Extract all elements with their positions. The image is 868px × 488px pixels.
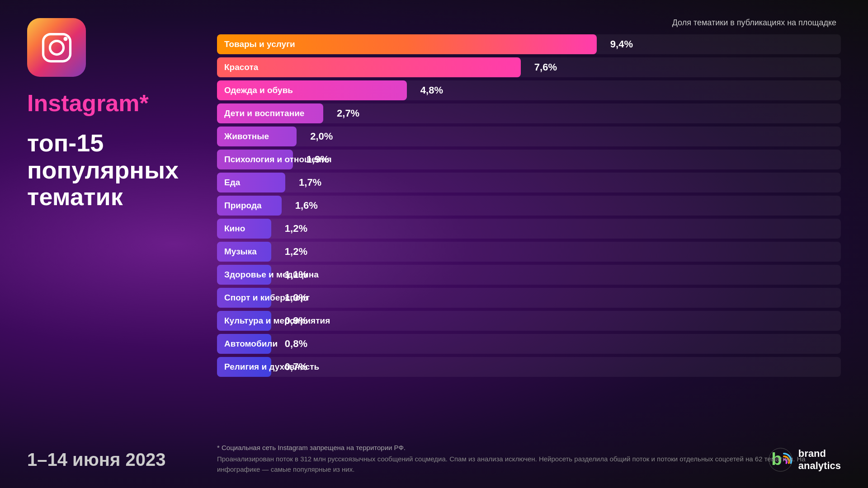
bar-fill: Культура и мероприятия0,9% [217,311,271,331]
bar-row: Психология и отношения1,9% [217,150,841,169]
bar-fill: Природа1,6% [217,196,282,216]
bar-label: Природа [224,201,262,211]
bar-row: Культура и мероприятия0,9% [217,311,841,331]
left-panel: Instagram* топ-15 популярных тематик 1–1… [27,18,199,474]
bar-track: Спорт и киберспорт1,0% [217,288,841,308]
bar-label: Красота [224,62,258,72]
bar-value: 1,7% [290,177,321,188]
bar-fill: Красота7,6% [217,57,521,77]
chart-header: Доля тематики в публикациях на площадке [217,18,836,28]
bar-row: Кино1,2% [217,219,841,239]
bar-fill: Животные2,0% [217,127,297,146]
bar-track: Животные2,0% [217,127,841,146]
bar-track: Товары и услуги9,4% [217,34,841,54]
bar-value: 2,7% [328,108,359,119]
bar-label: Одежда и обувь [224,85,293,95]
bar-track: Автомобили0,8% [217,334,841,354]
bar-value: 1,2% [276,246,307,258]
bar-label: Животные [224,131,269,141]
bar-value: 0,8% [276,338,307,350]
bar-fill: Товары и услуги9,4% [217,34,597,54]
bar-label: Автомобили [224,339,278,349]
bar-value: 1,0% [276,292,307,304]
bar-track: Природа1,6% [217,196,841,216]
bar-value: 1,6% [286,200,318,211]
bar-value: 9,4% [601,38,633,50]
bar-track: Здоровье и медицина1,1% [217,265,841,285]
bar-value: 1,9% [297,154,329,165]
bar-row: Одежда и обувь4,8% [217,80,841,100]
bar-fill: Здоровье и медицина1,1% [217,265,271,285]
bar-track: Еда1,7% [217,173,841,192]
footnote-line1: * Социальная сеть Instagram запрещена на… [217,444,836,451]
bar-row: Автомобили0,8% [217,334,841,354]
bar-track: Дети и воспитание2,7% [217,103,841,123]
svg-point-1 [50,41,63,54]
bar-row: Еда1,7% [217,173,841,192]
instagram-logo [27,18,86,77]
bar-fill: Религия и духовность0,7% [217,357,271,377]
bar-fill: Одежда и обувь4,8% [217,80,407,100]
bar-row: Здоровье и медицина1,1% [217,265,841,285]
bar-fill: Музыка1,2% [217,242,271,262]
bar-track: Красота7,6% [217,57,841,77]
date-range: 1–14 июня 2023 [27,441,190,470]
bar-value: 7,6% [525,61,557,73]
svg-point-2 [63,37,67,41]
footnote-line2: Проанализирован поток в 312 млн русскояз… [217,454,836,474]
bar-track: Кино1,2% [217,219,841,239]
bar-value: 4,8% [411,84,443,96]
footnote-area: * Социальная сеть Instagram запрещена на… [217,444,841,474]
chart-area: Товары и услуги9,4%Красота7,6%Одежда и о… [217,34,841,435]
bar-label: Кино [224,224,245,234]
bar-label: Музыка [224,247,257,257]
subtitle: топ-15 популярных тематик [27,130,190,210]
bar-label: Еда [224,178,240,188]
bar-fill: Психология и отношения1,9% [217,150,293,169]
bar-row: Спорт и киберспорт1,0% [217,288,841,308]
brand-name: Instagram* [27,90,190,116]
bar-track: Музыка1,2% [217,242,841,262]
bar-fill: Спорт и киберспорт1,0% [217,288,271,308]
bar-row: Товары и услуги9,4% [217,34,841,54]
bar-row: Животные2,0% [217,127,841,146]
bar-fill: Автомобили0,8% [217,334,271,354]
bar-value: 0,9% [276,315,307,327]
bar-track: Культура и мероприятия0,9% [217,311,841,331]
right-panel: Доля тематики в публикациях на площадке … [199,18,841,474]
bar-fill: Еда1,7% [217,173,285,192]
bar-fill: Кино1,2% [217,219,271,239]
bar-value: 0,7% [276,361,307,373]
bar-track: Психология и отношения1,9% [217,150,841,169]
bar-value: 1,2% [276,223,307,235]
bar-label: Товары и услуги [224,39,295,49]
bar-label: Дети и воспитание [224,108,304,118]
bar-value: 2,0% [301,131,333,142]
bar-row: Религия и духовность0,7% [217,357,841,377]
bar-track: Одежда и обувь4,8% [217,80,841,100]
bar-row: Дети и воспитание2,7% [217,103,841,123]
bar-fill: Дети и воспитание2,7% [217,103,323,123]
bar-track: Религия и духовность0,7% [217,357,841,377]
bar-row: Красота7,6% [217,57,841,77]
bar-value: 1,1% [276,269,307,281]
bar-row: Музыка1,2% [217,242,841,262]
bar-row: Природа1,6% [217,196,841,216]
